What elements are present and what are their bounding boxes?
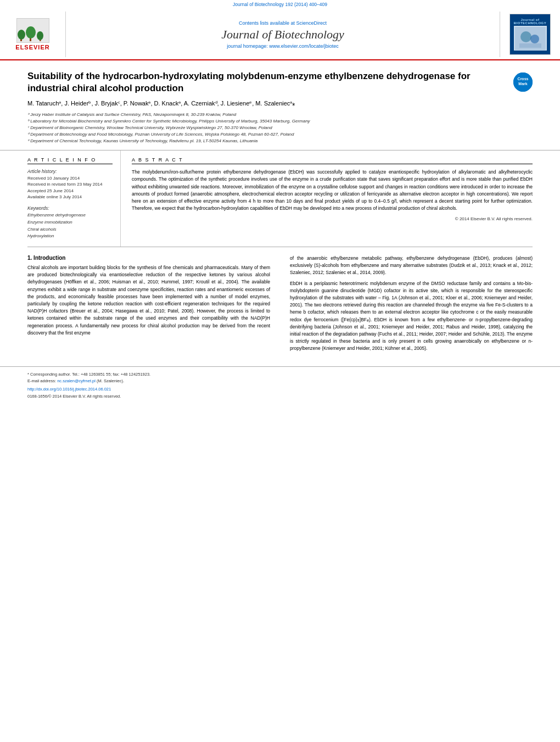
svg-rect-9 xyxy=(519,43,541,48)
keyword-4: Hydroxylation xyxy=(27,233,113,240)
received1: Received 10 January 2014 xyxy=(27,175,113,181)
issn-copyright: 0168-1656/© 2014 Elsevier B.V. All right… xyxy=(27,393,533,399)
journal-homepage: journal homepage: www.elsevier.com/locat… xyxy=(227,43,339,49)
introduction-title: 1. Introduction xyxy=(27,255,270,261)
affiliation-b: ᵇ Laboratory for Microbial Biochemistry … xyxy=(27,118,533,125)
keywords-label: Keywords: xyxy=(27,205,113,211)
cover-image xyxy=(514,26,547,51)
affiliation-c: ᶜ Department of Bioinorganic Chemistry, … xyxy=(27,125,533,131)
email-label: E-mail address: xyxy=(27,378,56,383)
sciencedirect-link[interactable]: ScienceDirect xyxy=(296,20,327,26)
svg-point-8 xyxy=(530,35,539,43)
header-center: Contents lists available at ScienceDirec… xyxy=(66,12,500,57)
column-right: of the anaerobic ethylbenzene metabolic … xyxy=(280,255,560,366)
elsevier-tree-icon xyxy=(16,18,49,43)
article-header: Suitability of the hydrocarbon-hydroxyla… xyxy=(0,60,560,150)
affiliation-a: ᵃ Jerzy Haber Institute of Catalysis and… xyxy=(27,111,533,118)
elsevier-logo: ELSEVIER xyxy=(15,18,49,51)
crossmark-badge[interactable]: Cross Mark xyxy=(513,72,533,92)
authors: M. Tataruchᵃ, J. Heiderᵇ, J. Bryjakᶜ, P.… xyxy=(27,100,533,107)
affiliation-e: ᵉ Department of Chemical Technology, Kau… xyxy=(27,138,533,144)
accepted: Accepted 25 June 2014 xyxy=(27,188,113,194)
svg-text:Mark: Mark xyxy=(518,82,527,86)
svg-point-7 xyxy=(520,31,531,42)
email-link[interactable]: nc.szalen@cyfrnet.pl xyxy=(57,378,96,383)
svg-point-1 xyxy=(18,30,25,40)
cover-title: Journal ofBIOTECHNOLOGY xyxy=(514,18,547,25)
elsevier-logo-section: ELSEVIER xyxy=(0,12,66,57)
available-online: Available online 3 July 2014 xyxy=(27,194,113,200)
article-info-header: A R T I C L E I N F O xyxy=(27,157,113,164)
elsevier-brand: ELSEVIER xyxy=(15,44,49,51)
homepage-url[interactable]: www.elsevier.com/locate/jbiotec xyxy=(269,43,339,49)
abstract-header: A B S T R A C T xyxy=(132,157,533,164)
introduction-text-right: of the anaerobic ethylbenzene metabolic … xyxy=(290,255,533,352)
keyword-1: Ethylbenzene dehydrogenase xyxy=(27,212,113,219)
doi-link[interactable]: http://dx.doi.org/10.1016/j.jbiotec.2014… xyxy=(27,386,533,392)
svg-point-3 xyxy=(26,26,36,38)
journal-cover: Journal ofBIOTECHNOLOGY xyxy=(509,14,551,55)
journal-cover-section: Journal ofBIOTECHNOLOGY xyxy=(500,12,560,57)
abstract-text: The molybdenum/iron-sulfur/heme protein … xyxy=(132,169,533,212)
svg-text:Cross: Cross xyxy=(518,77,529,81)
affiliations: ᵃ Jerzy Haber Institute of Catalysis and… xyxy=(27,111,533,144)
footnotes: * Corresponding author. Tel.: +48 126385… xyxy=(0,366,560,404)
title-row: Suitability of the hydrocarbon-hydroxyla… xyxy=(27,70,533,94)
contents-available: Contents lists available at ScienceDirec… xyxy=(239,20,327,26)
received2: Received in revised form 23 May 2014 xyxy=(27,181,113,187)
email-line: E-mail address: nc.szalen@cyfrnet.pl (M.… xyxy=(27,378,533,384)
journal-title: Journal of Biotechnology xyxy=(221,27,344,42)
copyright: © 2014 Elsevier B.V. All rights reserved… xyxy=(132,216,533,221)
introduction-text-left: Chiral alcohols are important building b… xyxy=(27,264,270,337)
journal-ref-top: Journal of Biotechnology 192 (2014) 400–… xyxy=(0,0,560,8)
crossmark-icon: Cross Mark xyxy=(513,72,533,92)
email-person: (M. Szaleniec). xyxy=(97,378,124,383)
svg-point-5 xyxy=(37,31,43,40)
keyword-2: Enzyme immobilization xyxy=(27,219,113,226)
keywords: Ethylbenzene dehydrogenase Enzyme immobi… xyxy=(27,212,113,240)
journal-ref-text: Journal of Biotechnology 192 (2014) 400–… xyxy=(233,2,327,7)
main-content: 1. Introduction Chiral alcohols are impo… xyxy=(0,247,560,366)
page-header: ELSEVIER Contents lists available at Sci… xyxy=(0,8,560,60)
history-label: Article history: xyxy=(27,169,113,174)
article-info-abstract: A R T I C L E I N F O Article history: R… xyxy=(0,150,560,247)
column-left: 1. Introduction Chiral alcohols are impo… xyxy=(0,255,280,366)
affiliation-d: ᵈ Department of Biotechnology and Food M… xyxy=(27,131,533,138)
article-title: Suitability of the hydrocarbon-hydroxyla… xyxy=(27,70,500,94)
abstract-section: A B S T R A C T The molybdenum/iron-sulf… xyxy=(121,150,560,247)
corresponding-author: * Corresponding author. Tel.: +48 126385… xyxy=(27,371,533,377)
keyword-3: Chiral alcohols xyxy=(27,226,113,233)
article-info: A R T I C L E I N F O Article history: R… xyxy=(0,150,121,247)
